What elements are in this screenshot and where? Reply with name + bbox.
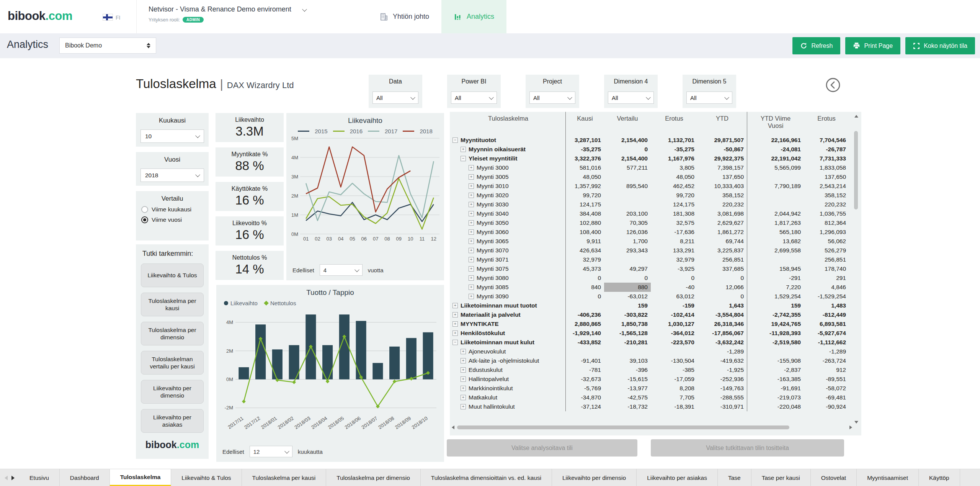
- back-button[interactable]: [825, 77, 841, 93]
- page-tab-liikevaihto-per-dimensio[interactable]: Liikevaihto per dimensio: [552, 469, 637, 486]
- table-row-myynti-3080[interactable]: +Myynti 3080: [451, 273, 566, 283]
- collapse-icon[interactable]: −: [452, 137, 458, 143]
- kuukausi-select[interactable]: 10: [140, 129, 204, 143]
- expand-icon[interactable]: +: [461, 395, 466, 400]
- expand-icon[interactable]: +: [461, 386, 466, 391]
- expand-icon[interactable]: +: [461, 358, 466, 363]
- expand-icon[interactable]: +: [469, 202, 474, 207]
- page-tab-tuloslaskelma-per-dimensio[interactable]: Tuloslaskelma per dimensio: [326, 469, 421, 486]
- column-header-erotus-2[interactable]: Erotus: [804, 112, 849, 136]
- table-row-myynti-3005[interactable]: +Myynti 3005: [451, 172, 566, 182]
- table-row-myynti-3065[interactable]: +Myynti 3065: [451, 237, 566, 246]
- table-row-myynti-3030[interactable]: +Myynti 3030: [451, 200, 566, 209]
- expand-icon[interactable]: +: [461, 376, 466, 382]
- explore-tuloslaskelma-per-dimensio-button[interactable]: Tuloslaskelma per dimensio: [141, 322, 204, 345]
- column-header-ytd-viime-vuosi[interactable]: YTD Viime Vuosi: [747, 112, 804, 136]
- page-tab-k-ytt-p[interactable]: Käyttöp: [919, 469, 960, 486]
- expand-icon[interactable]: +: [469, 266, 474, 272]
- expand-icon[interactable]: +: [469, 285, 474, 290]
- expand-icon[interactable]: +: [469, 220, 474, 226]
- table-row-liiketoiminnan-muut-tuotot[interactable]: +Liiketoiminnan muut tuotot: [451, 301, 566, 310]
- explore-liikevaihto-per-dimensio-button[interactable]: Liikevaihto per dimensio: [141, 380, 204, 404]
- scroll-up-icon[interactable]: [854, 115, 858, 118]
- scroll-right-icon[interactable]: [849, 425, 852, 429]
- table-row-myynti-3050[interactable]: +Myynti 3050: [451, 218, 566, 227]
- table-row-myynti-3020[interactable]: +Myynti 3020: [451, 191, 566, 200]
- months-back-select[interactable]: 12: [250, 446, 292, 457]
- print-page-button[interactable]: Print Page: [845, 37, 900, 54]
- page-tab-tuloslaskelma-dimensioittain-vs-ed-kausi[interactable]: Tuloslaskelma dimensioittain vs. ed. kau…: [421, 469, 552, 486]
- explore-liikevaihto-per-asiakas-button[interactable]: Liikevaihto per asiakas: [141, 409, 204, 433]
- column-header-erotus[interactable]: Erotus: [651, 112, 697, 136]
- table-row-materiaalit-ja-palvelut[interactable]: +Materiaalit ja palvelut: [451, 310, 566, 319]
- radio-selected-icon[interactable]: [141, 216, 148, 223]
- horizontal-scroll-thumb[interactable]: [457, 425, 789, 429]
- table-row-myynti-3070[interactable]: +Myynti 3070: [451, 246, 566, 255]
- expand-icon[interactable]: +: [452, 312, 458, 317]
- expand-icon[interactable]: +: [469, 239, 474, 244]
- table-row-myyntikate[interactable]: +MYYNTIKATE: [451, 319, 566, 329]
- table-vertical-scrollbar[interactable]: [854, 113, 859, 424]
- page-tab-tase-per-kausi[interactable]: Tase per kausi: [751, 469, 811, 486]
- expand-icon[interactable]: +: [469, 257, 474, 262]
- expand-icon[interactable]: +: [469, 248, 474, 253]
- page-tab-myyntisaamiset[interactable]: Myyntisaamiset: [857, 469, 919, 486]
- column-header-vertailu[interactable]: Vertailu: [604, 112, 651, 136]
- expand-icon[interactable]: +: [469, 174, 474, 180]
- collapse-icon[interactable]: −: [452, 340, 458, 345]
- page-tab-tuloslaskelma[interactable]: Tuloslaskelma: [110, 469, 172, 486]
- table-row-myynti-3090[interactable]: +Myynti 3090: [451, 292, 566, 301]
- page-tab-liikevaihto-per-asiakas[interactable]: Liikevaihto per asiakas: [637, 469, 718, 486]
- filter-project-select[interactable]: All: [529, 92, 575, 104]
- expand-icon[interactable]: +: [461, 147, 466, 152]
- page-tab-ostovelat[interactable]: Ostovelat: [811, 469, 857, 486]
- expand-icon[interactable]: +: [469, 229, 474, 235]
- scroll-left-icon[interactable]: [452, 425, 454, 429]
- workspace-select[interactable]: Bibook Demo: [59, 38, 156, 54]
- expand-icon[interactable]: +: [461, 349, 466, 354]
- table-row-myynti-3010[interactable]: +Myynti 3010: [451, 182, 566, 191]
- radio-icon[interactable]: [141, 206, 148, 213]
- explore-tuloslaskelman-vertailu-per-kausi-button[interactable]: Tuloslaskelman vertailu per kausi: [141, 351, 204, 375]
- expand-icon[interactable]: +: [469, 165, 474, 170]
- table-row-henkil-st-kulut[interactable]: +Henkilöstökulut: [451, 329, 566, 338]
- radio-option-viime-vuosi[interactable]: Viime vuosi: [141, 216, 209, 223]
- expand-icon[interactable]: +: [469, 211, 474, 216]
- radio-option-viime-kuukausi[interactable]: Viime kuukausi: [141, 206, 209, 213]
- page-tab-dashboard[interactable]: Dashboard: [60, 469, 110, 486]
- column-header-tuloslaskelma[interactable]: Tuloslaskelma: [451, 112, 566, 136]
- table-row-myynti-3085[interactable]: +Myynti 3085: [451, 283, 566, 292]
- filter-data-select[interactable]: All: [372, 92, 418, 104]
- expand-icon[interactable]: +: [461, 367, 466, 373]
- expand-icon[interactable]: +: [469, 183, 474, 189]
- expand-icon[interactable]: +: [452, 331, 458, 336]
- table-horizontal-scrollbar[interactable]: [452, 425, 852, 430]
- explore-tuloslaskelma-per-kausi-button[interactable]: Tuloslaskelma per kausi: [141, 293, 204, 316]
- explore-liikevaihto-tulos-button[interactable]: Liikevaihto & Tulos: [141, 263, 204, 287]
- refresh-button[interactable]: Refresh: [792, 37, 840, 54]
- table-row-myynnin-oikaisuer-t[interactable]: +Myynnin oikaisuerät: [451, 145, 566, 154]
- expand-icon[interactable]: +: [469, 275, 474, 281]
- finland-flag-icon[interactable]: [103, 14, 113, 21]
- valitse-analysoitava-tili-button[interactable]: Valitse analysoitava tili: [447, 439, 637, 457]
- pages-scroll-right-icon[interactable]: [11, 476, 15, 480]
- valitse-tutkittavan-tilin-tositteita-button[interactable]: Valitse tutkittavan tilin tositteita: [651, 439, 844, 457]
- pages-scroll-left-icon[interactable]: [5, 476, 8, 480]
- company-selector[interactable]: Netvisor - Visma & Renance Demo envirome…: [149, 5, 306, 23]
- column-header-ytd[interactable]: YTD: [697, 112, 747, 136]
- scroll-down-icon[interactable]: [854, 421, 858, 424]
- nav-tab-yhti-n-johto[interactable]: Yhtiön johto: [368, 0, 441, 33]
- table-row-myynti-3075[interactable]: +Myynti 3075: [451, 264, 566, 273]
- table-row-myynti-3071[interactable]: +Myynti 3071: [451, 255, 566, 264]
- collapse-icon[interactable]: −: [461, 156, 466, 161]
- years-back-select[interactable]: 4: [320, 264, 363, 276]
- filter-power-bi-select[interactable]: All: [451, 92, 497, 104]
- nav-tab-analytics[interactable]: Analytics: [441, 0, 506, 33]
- table-row-myyntituotot[interactable]: −Myyntituotot: [451, 136, 566, 145]
- column-header-kausi[interactable]: Kausi: [566, 112, 604, 136]
- page-tab-tuloslaskelma-per-kausi[interactable]: Tuloslaskelma per kausi: [242, 469, 327, 486]
- filter-dimension-4-select[interactable]: All: [608, 92, 654, 104]
- table-row-atk-laite-ja-ohjelmistokulut[interactable]: +Atk-laite ja -ohjelmistokulut: [451, 356, 566, 365]
- table-row-edustuskulut[interactable]: +Edustuskulut: [451, 365, 566, 375]
- vuosi-select[interactable]: 2018: [140, 169, 204, 182]
